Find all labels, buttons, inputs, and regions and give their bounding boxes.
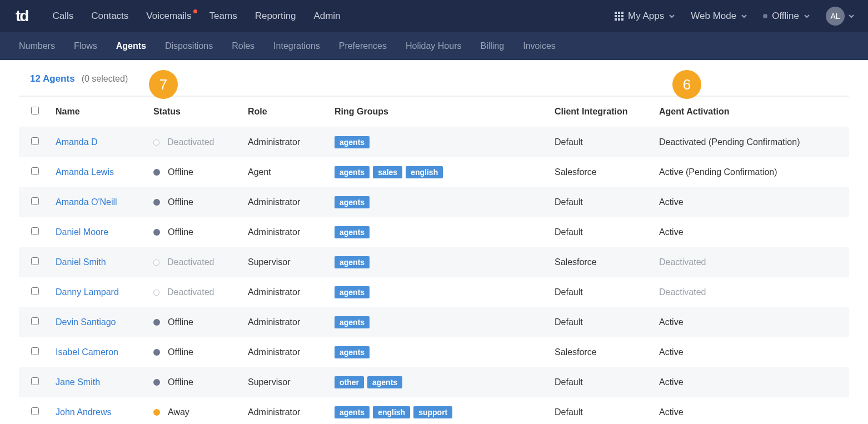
activation-text: Active: [659, 227, 684, 237]
presence-menu[interactable]: Offline: [763, 11, 810, 22]
client-integration-cell: Default: [550, 397, 655, 424]
row-checkbox[interactable]: [31, 197, 39, 205]
subnav-item-roles[interactable]: Roles: [232, 41, 255, 51]
col-name[interactable]: Name: [51, 97, 149, 127]
row-checkbox-cell: [19, 157, 51, 187]
ring-group-tag[interactable]: agents: [367, 376, 402, 388]
name-cell: Isabel Cameron: [51, 337, 149, 367]
name-cell: Devin Santiago: [51, 307, 149, 337]
agent-name-link[interactable]: Jane Smith: [56, 377, 100, 387]
topnav-item-calls[interactable]: Calls: [52, 11, 73, 22]
row-checkbox[interactable]: [31, 227, 39, 235]
role-cell: Administrator: [243, 277, 330, 307]
logo: td: [16, 7, 28, 25]
ring-group-tag[interactable]: other: [335, 376, 364, 388]
agent-name-link[interactable]: Amanda O'Neill: [56, 197, 117, 207]
presence-label: Offline: [772, 11, 799, 22]
row-checkbox[interactable]: [31, 347, 39, 355]
row-checkbox[interactable]: [31, 377, 39, 385]
ring-group-tag[interactable]: english: [373, 406, 410, 418]
table-row: Amanda O'NeillOfflineAdministratoragents…: [19, 187, 849, 217]
topnav-item-voicemails[interactable]: Voicemails: [146, 11, 191, 22]
topnav-item-admin[interactable]: Admin: [313, 11, 340, 22]
ring-group-tag[interactable]: sales: [373, 166, 402, 178]
row-checkbox-cell: [19, 247, 51, 277]
row-checkbox[interactable]: [31, 257, 39, 265]
agents-count-link[interactable]: 12 Agents: [30, 73, 75, 84]
ring-group-tag[interactable]: agents: [335, 196, 370, 208]
client-integration-cell: Salesforce: [550, 247, 655, 277]
ring-group-tag[interactable]: agents: [335, 166, 370, 178]
subnav-item-billing[interactable]: Billing: [480, 41, 504, 51]
ring-group-tag[interactable]: agents: [335, 136, 370, 148]
status-dot-icon: [153, 229, 160, 236]
agent-name-link[interactable]: Danny Lampard: [56, 287, 119, 297]
row-checkbox[interactable]: [31, 287, 39, 295]
table-row: Danny LampardDeactivatedAdministratorage…: [19, 277, 849, 307]
row-checkbox[interactable]: [31, 317, 39, 325]
ring-group-tag[interactable]: agents: [335, 256, 370, 268]
subnav-item-agents[interactable]: Agents: [116, 41, 146, 51]
chevron-down-icon: [669, 13, 675, 19]
topnav-item-teams[interactable]: Teams: [209, 11, 237, 22]
top-bar: td CallsContactsVoicemailsTeamsReporting…: [0, 0, 868, 32]
subnav-item-flows[interactable]: Flows: [74, 41, 97, 51]
subnav-item-preferences[interactable]: Preferences: [339, 41, 387, 51]
status-dot-icon: [153, 139, 159, 146]
topnav-item-reporting[interactable]: Reporting: [255, 11, 296, 22]
table-row: John AndrewsAwayAdministratoragentsengli…: [19, 397, 849, 424]
select-all-checkbox[interactable]: [31, 107, 39, 114]
name-cell: Danny Lampard: [51, 277, 149, 307]
topnav-item-contacts[interactable]: Contacts: [91, 11, 128, 22]
client-integration-cell: Default: [550, 307, 655, 337]
ring-group-tag[interactable]: agents: [335, 286, 370, 298]
row-checkbox-cell: [19, 367, 51, 397]
row-checkbox-cell: [19, 217, 51, 247]
col-activation[interactable]: Agent Activation: [655, 97, 849, 127]
agent-name-link[interactable]: Devin Santiago: [56, 317, 116, 327]
row-checkbox[interactable]: [31, 137, 39, 145]
agent-name-link[interactable]: John Andrews: [56, 407, 112, 417]
ring-group-tag[interactable]: english: [406, 166, 443, 178]
col-role[interactable]: Role: [243, 97, 330, 127]
row-checkbox-cell: [19, 337, 51, 367]
row-checkbox[interactable]: [31, 407, 39, 415]
ring-groups-cell: agentsenglishsupport: [330, 397, 550, 424]
activation-text: Active: [659, 317, 684, 327]
my-apps-menu[interactable]: My Apps: [615, 11, 675, 22]
subnav-item-holiday-hours[interactable]: Holiday Hours: [406, 41, 461, 51]
activation-cell: Active (Pending Confirmation): [655, 157, 849, 187]
subnav-item-integrations[interactable]: Integrations: [273, 41, 320, 51]
user-menu[interactable]: AL: [826, 7, 855, 26]
ring-group-tag[interactable]: agents: [335, 346, 370, 358]
agent-name-link[interactable]: Isabel Cameron: [56, 347, 118, 357]
status-cell: Deactivated: [149, 127, 243, 158]
row-checkbox[interactable]: [31, 167, 39, 175]
status-text: Offline: [168, 377, 193, 387]
client-integration-cell: Default: [550, 217, 655, 247]
col-status[interactable]: Status: [149, 97, 243, 127]
subnav-item-dispositions[interactable]: Dispositions: [165, 41, 213, 51]
activation-text: Deactivated: [659, 287, 706, 297]
agent-name-link[interactable]: Daniel Moore: [56, 227, 108, 237]
ring-group-tag[interactable]: agents: [335, 406, 370, 418]
role-cell: Supervisor: [243, 367, 330, 397]
ring-group-tag[interactable]: agents: [335, 226, 370, 238]
table-row: Daniel SmithDeactivatedSupervisoragentsS…: [19, 247, 849, 277]
agent-name-link[interactable]: Amanda Lewis: [56, 167, 114, 177]
web-mode-menu[interactable]: Web Mode: [691, 11, 747, 22]
activation-cell: Active: [655, 217, 849, 247]
subnav-item-numbers[interactable]: Numbers: [19, 41, 55, 51]
row-checkbox-cell: [19, 187, 51, 217]
agent-name-link[interactable]: Amanda D: [56, 137, 98, 147]
table-row: Daniel MooreOfflineAdministratoragentsDe…: [19, 217, 849, 247]
ring-group-tag[interactable]: agents: [335, 316, 370, 328]
subnav-item-invoices[interactable]: Invoices: [523, 41, 556, 51]
col-ring[interactable]: Ring Groups: [330, 97, 550, 127]
col-client[interactable]: Client Integration: [550, 97, 655, 127]
agent-name-link[interactable]: Daniel Smith: [56, 257, 106, 267]
role-cell: Administrator: [243, 217, 330, 247]
activation-cell: Active: [655, 397, 849, 424]
status-text: Offline: [168, 167, 193, 177]
ring-group-tag[interactable]: support: [413, 406, 452, 418]
